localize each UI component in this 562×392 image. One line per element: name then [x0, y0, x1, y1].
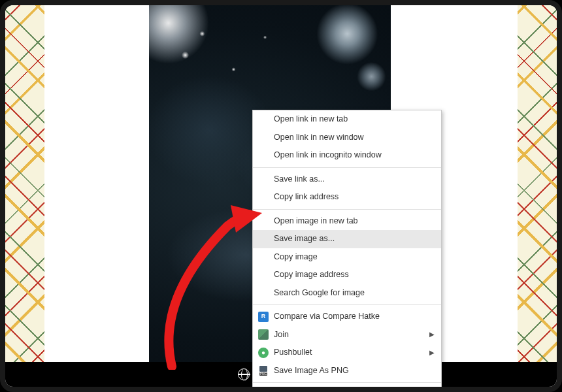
menu-shortcut: Ctrl+Shift+I: [393, 389, 432, 392]
menu-item-inspect[interactable]: InspectCtrl+Shift+I: [253, 385, 441, 392]
menu-item-open-link-in-incognito-window[interactable]: Open link in incognito window: [253, 146, 441, 165]
menu-item-label: Open link in new tab: [274, 114, 348, 125]
menu-item-join[interactable]: Join▶: [253, 326, 441, 344]
menu-item-label: Copy image: [274, 252, 318, 263]
menu-item-copy-link-address[interactable]: Copy link address: [253, 188, 441, 206]
menu-item-compare-via-compare-hatke[interactable]: RCompare via Compare Hatke: [253, 308, 441, 326]
menu-item-copy-image[interactable]: Copy image: [253, 248, 441, 267]
menu-item-label: Save Image As PNG: [274, 365, 349, 377]
menu-item-copy-image-address[interactable]: Copy image address: [253, 266, 441, 284]
menu-item-pushbullet[interactable]: ●Pushbullet▶: [253, 344, 441, 362]
menu-separator: [253, 209, 441, 210]
context-menu: Open link in new tabOpen link in new win…: [252, 110, 442, 392]
globe-icon: [238, 368, 250, 380]
menu-item-save-image-as-png[interactable]: PNGSave Image As PNG: [253, 362, 441, 380]
pushbullet-icon: ●: [258, 348, 269, 358]
device-frame: Open link in new tabOpen link in new win…: [0, 0, 562, 392]
submenu-arrow-icon: ▶: [429, 330, 435, 339]
menu-item-label: Compare via Compare Hatke: [274, 311, 380, 323]
menu-item-label: Copy link address: [274, 191, 339, 203]
menu-item-label: Open link in new window: [274, 132, 364, 144]
submenu-arrow-icon: ▶: [429, 348, 435, 357]
menu-separator: [253, 167, 441, 168]
menu-item-label: Pushbullet: [274, 347, 312, 359]
menu-item-search-google-for-image[interactable]: Search Google for image: [253, 284, 441, 302]
menu-item-label: Open link in incognito window: [274, 150, 382, 161]
menu-item-label: Save image as...: [274, 233, 335, 245]
hatke-icon: R: [258, 312, 269, 322]
menu-item-open-link-in-new-window[interactable]: Open link in new window: [253, 129, 441, 147]
menu-separator: [253, 382, 441, 383]
png-icon: PNG: [258, 365, 269, 376]
join-icon: [258, 329, 269, 340]
menu-separator: [253, 304, 441, 305]
menu-item-label: Copy image address: [274, 269, 349, 281]
menu-item-label: Join: [274, 329, 289, 341]
menu-item-label: Search Google for image: [274, 287, 365, 299]
menu-item-save-link-as[interactable]: Save link as...: [253, 171, 441, 189]
menu-item-label: Inspect: [274, 389, 300, 392]
menu-item-open-image-in-new-tab[interactable]: Open image in new tab: [253, 212, 441, 231]
menu-item-label: Save link as...: [274, 174, 325, 186]
menu-item-save-image-as[interactable]: Save image as...: [253, 230, 441, 248]
menu-item-open-link-in-new-tab[interactable]: Open link in new tab: [253, 110, 441, 129]
menu-item-label: Open image in new tab: [274, 216, 358, 227]
